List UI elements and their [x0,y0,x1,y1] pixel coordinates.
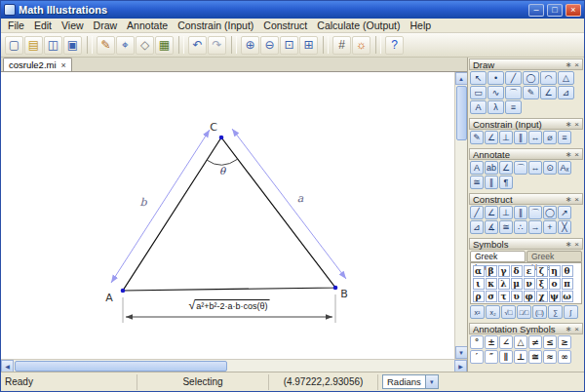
save-button[interactable]: ◫ [44,36,62,55]
annotation-symbol-cell[interactable]: ∞ [558,350,571,364]
greek-letter-cell[interactable]: ο [549,278,561,290]
format-tool-button[interactable]: x² [470,305,485,319]
greek-letter-cell[interactable]: ω [562,291,573,302]
constrain-tool-button[interactable]: ∠ [485,131,498,144]
annotation-symbol-cell[interactable]: ∥ [499,350,513,364]
construct-tool-button[interactable]: ╱ [470,206,484,219]
annotate-tool-button[interactable]: ≅ [470,176,484,189]
close-button[interactable]: × [566,4,581,17]
greek-letter-cell[interactable]: β [486,265,497,277]
help-button[interactable]: ? [385,36,404,55]
draw-tool-button[interactable]: ∿ [488,86,504,99]
compass-tool-button[interactable]: ⌖ [116,36,135,55]
zoom-fit-button[interactable]: ⊞ [299,36,318,55]
vertical-scrollbar[interactable]: ▲ ▼ [454,72,467,359]
close-icon[interactable]: × [574,150,579,159]
format-tool-button[interactable]: ∑ [548,305,563,319]
draw-tool-button[interactable]: ⊿ [558,86,574,99]
construct-tool-button[interactable]: ╳ [558,220,571,234]
draw-tool-button[interactable]: ⌒ [505,86,522,99]
greek-letter-cell[interactable]: ξ [536,278,548,290]
close-icon[interactable]: × [574,240,579,249]
annotate-tool-button[interactable]: ∠ [499,161,513,175]
greek-letter-cell[interactable]: φ [524,291,535,302]
menu-edit[interactable]: Edit [29,20,57,31]
greek-letter-cell[interactable]: κ [486,278,497,290]
construct-tool-button[interactable]: ↗ [558,206,571,219]
annotation-symbol-cell[interactable]: ≥ [558,335,571,349]
greek-letter-cell[interactable]: ε [524,265,535,277]
constrain-tool-button[interactable]: ⊥ [499,131,513,144]
construct-tool-button[interactable]: ◯ [543,206,557,219]
annotation-symbol-cell[interactable]: △ [514,335,527,349]
vertical-scroll-thumb[interactable] [456,86,467,140]
panel-header-constrain[interactable]: Constrain (Input) ∗ × [469,118,583,130]
annotation-symbol-cell[interactable]: ≤ [543,335,557,349]
annotate-tool-button[interactable]: A [470,161,484,175]
draw-tool-button[interactable]: ↖ [470,71,487,85]
draw-tool-button[interactable]: ≡ [505,100,522,114]
draw-tool-button[interactable]: ∠ [540,86,557,99]
scroll-left-icon[interactable]: ◀ [1,360,14,372]
greek-letter-cell[interactable]: υ [511,291,523,302]
menu-calculate-output[interactable]: Calculate (Output) [312,20,405,31]
shapes-tool-button[interactable]: ◇ [136,36,154,55]
annotation-symbol-cell[interactable]: ′ [470,350,484,364]
open-button[interactable]: ▤ [24,36,43,55]
chevron-down-icon[interactable]: ▾ [425,375,438,388]
angle-unit-select[interactable]: Radians ▾ [382,374,439,389]
greek-letter-cell[interactable]: μ [511,278,523,290]
tab-greek-upper[interactable]: Greek Upper [526,251,582,262]
pin-icon[interactable]: ∗ [566,150,572,159]
greek-letter-cell[interactable]: ν [524,278,535,290]
greek-letter-cell[interactable]: λ [498,278,510,290]
greek-letter-cell[interactable]: δ [511,265,523,277]
annotate-tool-button[interactable]: Aₓ [558,161,571,175]
construct-tool-button[interactable]: + [543,220,557,234]
annotate-tool-button[interactable]: ¶ [499,176,513,189]
constrain-tool-button[interactable]: ✎ [470,131,484,144]
pin-icon[interactable]: ∗ [566,240,572,249]
horizontal-scroll-thumb[interactable] [15,361,227,372]
annotation-symbol-cell[interactable]: ∠ [499,335,513,349]
construct-tool-button[interactable]: ∡ [485,220,498,234]
document-tab[interactable]: cosrule2.mi × [3,58,72,71]
redo-button[interactable]: ↷ [208,36,226,55]
panel-header-symbols[interactable]: Symbols ∗ × [469,238,583,250]
construct-tool-button[interactable]: ⌒ [528,206,542,219]
draw-tool-button[interactable]: ▭ [470,86,487,99]
annotation-symbol-cell[interactable]: ± [485,335,498,349]
annotation-symbol-cell[interactable]: ⊥ [514,350,527,364]
zoom-out-button[interactable]: ⊖ [260,36,279,55]
greek-letter-cell[interactable]: θ [562,265,573,277]
grid-button[interactable]: # [332,36,351,55]
tab-greek-lower[interactable]: Greek Lower [470,251,526,262]
pin-icon[interactable]: ∗ [566,60,572,69]
panel-header-annotate[interactable]: Annotate ∗ × [469,148,583,160]
scroll-right-icon[interactable]: ▶ [454,360,467,372]
new-button[interactable]: ▢ [5,36,23,55]
draw-tool-button[interactable]: • [488,71,504,85]
draw-tool-button[interactable]: ╱ [505,71,522,85]
options-button[interactable]: ☼ [352,36,370,55]
greek-letter-cell[interactable]: π [562,278,573,290]
annotation-symbol-cell[interactable]: ≠ [528,335,542,349]
annotate-tool-button[interactable]: ↔ [528,161,542,175]
draw-tool-button[interactable]: A [470,100,487,114]
greek-letter-cell[interactable]: τ [498,291,510,302]
pin-icon[interactable]: ∗ [566,325,572,333]
maximize-button[interactable]: □ [547,4,563,17]
close-icon[interactable]: × [574,325,579,333]
panel-header-annotation-symbols[interactable]: Annotation Symbols ∗ × [469,323,583,334]
export-button[interactable]: ▣ [63,36,82,55]
annotation-symbol-cell[interactable]: ≈ [543,350,557,364]
menu-draw[interactable]: Draw [89,20,123,31]
drawing-canvas[interactable]: b a θ [1,72,454,359]
close-icon[interactable]: × [574,60,579,69]
annotate-tool-button[interactable]: ⊙ [543,161,557,175]
minimize-button[interactable]: – [528,4,544,17]
annotate-tool-button[interactable]: ∥ [485,176,498,189]
menu-help[interactable]: Help [406,20,437,31]
greek-letter-cell[interactable]: ψ [549,291,561,302]
format-tool-button[interactable]: ∫ [564,305,578,319]
